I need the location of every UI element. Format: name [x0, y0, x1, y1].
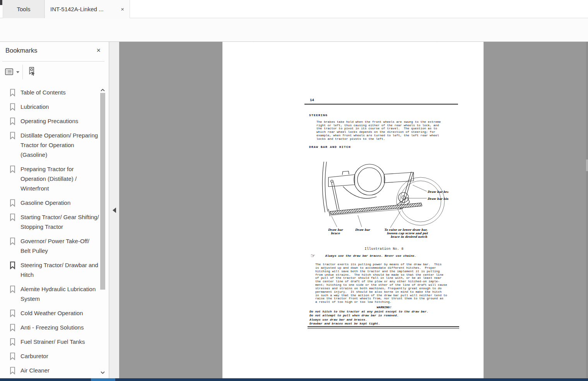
leader-line — [413, 185, 427, 191]
leader-line — [332, 216, 337, 227]
collapse-panel-icon[interactable] — [113, 208, 116, 213]
drawbar-illustration: Draw bar brace Draw bar hinge Draw bar b… — [320, 159, 448, 240]
scrollbar-down-button[interactable] — [100, 369, 105, 376]
steering-heading: STEERING — [309, 113, 328, 117]
tab-tools[interactable]: Tools — [3, 0, 44, 18]
bookmark-item[interactable]: Governor/ Power Take-Off/ Belt Pulley — [0, 236, 99, 256]
panel-gutter — [109, 42, 119, 378]
chevron-down-icon[interactable] — [16, 71, 19, 73]
bookmark-item[interactable]: Air Cleaner — [0, 366, 99, 375]
header-rule — [304, 104, 458, 105]
steering-paragraph: The brakes take hold when the front whee… — [316, 120, 441, 141]
left-pivot — [331, 180, 333, 182]
drawbar-paragraph: The tractor exerts its pulling power by … — [315, 263, 447, 304]
document-scrollbar-thumb[interactable] — [586, 160, 588, 171]
document-scrollbar-track[interactable] — [586, 42, 588, 378]
document-viewport[interactable]: 14 STEERING The brakes take hold when th… — [119, 42, 588, 378]
note-text: Always use the draw bar braces. Never us… — [325, 254, 416, 257]
wheel-outer — [397, 177, 444, 225]
scrollbar-thumb[interactable] — [100, 93, 105, 290]
illustration-caption: Illustration No. 8 — [316, 247, 452, 251]
find-current-bookmark-button[interactable] — [26, 66, 37, 78]
tab-bar: Tools INT-5142A-Linked ... × — [0, 0, 588, 18]
draw-bar — [330, 203, 422, 215]
axle-arm-right — [384, 172, 414, 183]
bookmark-item[interactable]: Fuel Strainer/ Fuel Tanks — [0, 337, 99, 347]
bookmark-item[interactable]: Table of Contents — [0, 88, 99, 97]
illustration-label: Draw bar brace — [427, 190, 448, 194]
warning-title: WARNING! — [316, 305, 452, 309]
pdf-page: 14 STEERING The brakes take hold when th… — [222, 42, 484, 378]
tab-document-label: INT-5142A-Linked ... — [50, 6, 118, 12]
housing-bump — [342, 171, 349, 175]
differential-inner — [357, 168, 381, 192]
main-toolbar: / 54 57.9% — [0, 18, 588, 42]
options-list-icon — [4, 67, 14, 77]
close-panel-icon[interactable]: × — [96, 46, 101, 55]
bookmark-item[interactable]: Preparing Tractor for Operation (Distill… — [0, 164, 99, 193]
window-corner-decoration — [0, 0, 2, 5]
bookmark-item[interactable]: Gasoline Operation — [0, 198, 99, 208]
taskbar-edge — [0, 378, 588, 381]
right-brace — [400, 172, 413, 209]
bar-end — [328, 209, 330, 216]
bookmark-item-current[interactable]: Steering Tractor/ Drawbar and Hitch — [0, 260, 99, 280]
page-number: 14 — [310, 98, 314, 102]
illustration-label: To raise or lower draw bar, — [384, 228, 427, 232]
divider — [22, 65, 23, 79]
leader-line — [390, 211, 400, 228]
wheel-inner — [400, 181, 441, 222]
close-tab-icon[interactable]: × — [121, 6, 124, 12]
illustration-label: brace in desired notch — [391, 235, 427, 239]
bookmark-item[interactable]: Distillate Operation/ Preparing Tractor … — [0, 130, 99, 160]
differential-outer — [354, 164, 385, 195]
bookmark-item[interactable]: Starting Tractor/ Gear Shifting/ Stoppin… — [0, 212, 99, 232]
tab-document[interactable]: INT-5142A-Linked ... × — [44, 0, 130, 18]
taskbar-highlight — [91, 378, 115, 381]
axle-arm-left — [328, 175, 355, 187]
illustration-label: loosen cap screw and put — [387, 232, 429, 235]
footer-rule — [308, 326, 459, 329]
note-row: ☞ Always use the draw bar braces. Never … — [311, 253, 416, 258]
drawbar-heading: DRAW BAR AND HITCH — [309, 145, 351, 149]
bookmarks-title: Bookmarks — [5, 47, 38, 54]
bookmark-item[interactable]: Carburetor — [0, 351, 99, 361]
illustration-label: Draw bar — [328, 228, 344, 232]
bookmark-options-button[interactable] — [4, 67, 14, 79]
bookmark-item[interactable]: Anti - Freezing Solutions — [0, 323, 99, 332]
bookmark-item[interactable]: Alemite Hydraulic Lubrication System — [0, 284, 99, 304]
bookmarks-list: Table of Contents Lubrication Operating … — [0, 85, 99, 378]
bookmarks-header: Bookmarks × — [0, 42, 109, 61]
tab-tools-label: Tools — [17, 6, 30, 12]
frame-line — [325, 162, 328, 211]
bookmarks-toolbar — [0, 62, 109, 82]
bookmark-item[interactable]: Lubrication — [0, 102, 99, 112]
leader-line — [358, 215, 362, 227]
illustration-label: Draw bar — [355, 228, 371, 232]
housing-body — [343, 187, 376, 198]
illustration-label: Draw bar hinge — [427, 197, 448, 201]
manicule-icon: ☞ — [311, 253, 315, 258]
bookmark-item[interactable]: Operating Precautions — [0, 116, 99, 126]
warning-lines: Do not hitch to the tractor at any point… — [309, 310, 428, 326]
locate-bookmark-icon — [26, 66, 37, 76]
bookmark-item[interactable]: Cold Weather Operation — [0, 308, 99, 318]
frame-line — [322, 162, 325, 212]
bookmarks-panel: Bookmarks × Table of Contents Lubricatio… — [0, 42, 109, 378]
illustration-label: brace — [331, 232, 340, 235]
